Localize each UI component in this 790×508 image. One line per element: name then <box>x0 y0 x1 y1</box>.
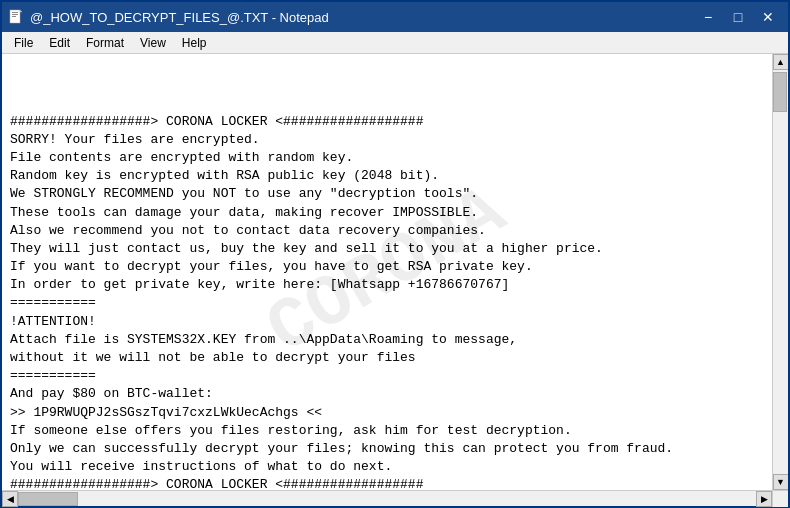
menu-bar: File Edit Format View Help <box>2 32 788 54</box>
scroll-left-button[interactable]: ◀ <box>2 491 18 507</box>
scroll-up-button[interactable]: ▲ <box>773 54 789 70</box>
title-bar-left: @_HOW_TO_DECRYPT_FILES_@.TXT - Notepad <box>8 9 329 25</box>
maximize-button[interactable]: □ <box>724 6 752 28</box>
notepad-icon <box>8 9 24 25</box>
svg-rect-2 <box>12 14 18 15</box>
text-content[interactable]: ##################> CORONA LOCKER <#####… <box>10 113 764 490</box>
window-title: @_HOW_TO_DECRYPT_FILES_@.TXT - Notepad <box>30 10 329 25</box>
text-editor[interactable]: CORONA ##################> CORONA LOCKER… <box>2 54 772 490</box>
menu-edit[interactable]: Edit <box>41 34 78 52</box>
menu-file[interactable]: File <box>6 34 41 52</box>
notepad-window: @_HOW_TO_DECRYPT_FILES_@.TXT - Notepad −… <box>0 0 790 508</box>
menu-format[interactable]: Format <box>78 34 132 52</box>
content-area: CORONA ##################> CORONA LOCKER… <box>2 54 788 490</box>
horizontal-scrollbar[interactable]: ◀ ▶ <box>2 491 772 506</box>
scroll-down-button[interactable]: ▼ <box>773 474 789 490</box>
scroll-right-button[interactable]: ▶ <box>756 491 772 507</box>
scroll-track-h[interactable] <box>18 491 756 506</box>
scroll-thumb-h[interactable] <box>18 492 78 506</box>
close-button[interactable]: ✕ <box>754 6 782 28</box>
scroll-corner <box>772 491 788 507</box>
svg-marker-4 <box>20 10 22 12</box>
menu-view[interactable]: View <box>132 34 174 52</box>
scroll-thumb-v[interactable] <box>773 72 787 112</box>
minimize-button[interactable]: − <box>694 6 722 28</box>
title-bar: @_HOW_TO_DECRYPT_FILES_@.TXT - Notepad −… <box>2 2 788 32</box>
svg-rect-3 <box>12 16 16 17</box>
scroll-track-v[interactable] <box>773 70 788 474</box>
svg-rect-1 <box>12 12 18 13</box>
menu-help[interactable]: Help <box>174 34 215 52</box>
bottom-bar: ◀ ▶ <box>2 490 788 506</box>
vertical-scrollbar[interactable]: ▲ ▼ <box>772 54 788 490</box>
title-bar-controls: − □ ✕ <box>694 6 782 28</box>
